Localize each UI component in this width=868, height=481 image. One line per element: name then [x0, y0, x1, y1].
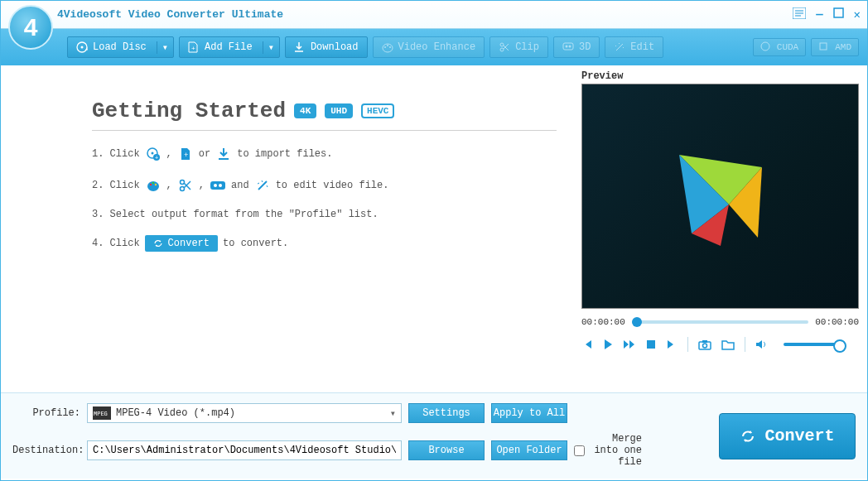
svg-point-17	[568, 46, 571, 48]
maximize-icon[interactable]	[833, 7, 844, 22]
svg-point-21	[151, 152, 153, 155]
app-title: 4Videosoft Video Converter Ultimate	[57, 8, 283, 21]
preview-logo	[646, 122, 795, 271]
three-d-icon	[562, 41, 574, 53]
svg-point-32	[214, 184, 217, 187]
clip-button[interactable]: Clip	[489, 36, 548, 58]
play-icon[interactable]	[603, 339, 613, 350]
svg-text:+: +	[155, 155, 158, 161]
step-3: 3. Select output format from the "Profil…	[92, 209, 557, 220]
svg-point-18	[761, 42, 769, 51]
nvidia-icon	[760, 41, 772, 53]
cuda-button[interactable]: CUDA	[753, 38, 806, 56]
svg-rect-4	[834, 8, 843, 17]
svg-point-33	[219, 184, 222, 187]
scissors-icon	[177, 177, 194, 194]
prev-icon[interactable]	[581, 339, 593, 350]
svg-point-10	[384, 46, 386, 48]
step-4: 4. Click Convert to convert.	[92, 235, 557, 252]
svg-rect-31	[210, 181, 225, 190]
getting-started-heading: Getting Started	[92, 99, 286, 123]
svg-point-14	[500, 48, 504, 51]
destination-label: Destination:	[12, 445, 80, 456]
getting-started-panel: Getting Started 4K UHD HEVC 1. Click + ,…	[1, 65, 581, 392]
svg-rect-38	[647, 340, 655, 349]
minimize-icon[interactable]: —	[816, 7, 822, 22]
palette-icon	[382, 41, 393, 53]
svg-rect-15	[563, 43, 573, 50]
mpeg-icon: MPEG	[93, 406, 111, 420]
merge-checkbox[interactable]: Merge into one file	[574, 433, 642, 468]
refresh-icon	[740, 428, 756, 445]
menu-icon[interactable]	[793, 7, 806, 22]
amd-icon	[818, 41, 830, 53]
file-add-icon: +	[177, 146, 194, 162]
titlebar: 4Videosoft Video Converter Ultimate — ✕	[1, 1, 867, 29]
badge-4k: 4K	[294, 103, 316, 118]
svg-point-40	[703, 344, 707, 348]
svg-point-12	[389, 46, 391, 48]
three-d-button[interactable]: 3D	[553, 36, 600, 58]
svg-rect-41	[702, 340, 707, 343]
apply-to-all-button[interactable]: Apply to All	[491, 403, 567, 423]
svg-rect-19	[820, 43, 827, 50]
video-enhance-button[interactable]: Video Enhance	[373, 36, 485, 58]
scissors-icon	[499, 41, 510, 53]
snapshot-icon[interactable]	[698, 339, 711, 350]
destination-input[interactable]	[87, 440, 402, 460]
three-d-icon	[210, 177, 226, 194]
chevron-down-icon[interactable]: ▾	[157, 41, 173, 54]
settings-button[interactable]: Settings	[408, 403, 485, 423]
download-icon	[215, 146, 232, 162]
svg-text:MPEG: MPEG	[94, 411, 108, 417]
toolbar: + Load Disc ▾ + Add File ▾ Download Vide…	[1, 29, 867, 65]
svg-point-16	[565, 46, 567, 48]
svg-text:+: +	[85, 46, 88, 53]
amd-button[interactable]: AMD	[811, 38, 859, 56]
bottom-panel: Profile: MPEG MPEG-4 Video (*.mp4) ▾ Set…	[1, 392, 867, 479]
preview-label: Preview	[581, 70, 859, 82]
svg-point-26	[149, 184, 151, 185]
svg-point-6	[81, 46, 84, 49]
time-bar: 00:00:00 00:00:00	[581, 317, 859, 327]
svg-text:+: +	[184, 152, 188, 160]
volume-icon[interactable]	[755, 339, 769, 350]
stop-icon[interactable]	[646, 339, 656, 349]
svg-point-13	[500, 43, 504, 46]
chevron-down-icon[interactable]: ▾	[263, 41, 279, 54]
badge-uhd: UHD	[325, 103, 353, 118]
preview-area	[581, 84, 859, 309]
seek-slider[interactable]	[632, 320, 808, 324]
step-1: 1. Click + , + or to import files.	[92, 146, 557, 162]
folder-icon[interactable]	[721, 339, 735, 350]
app-logo: 4	[8, 5, 53, 50]
wand-icon	[614, 41, 625, 53]
svg-point-11	[387, 45, 388, 46]
step-2: 2. Click , , and to edit video file.	[92, 177, 557, 194]
volume-slider[interactable]	[784, 343, 841, 346]
fast-forward-icon[interactable]	[623, 339, 636, 350]
refresh-icon	[153, 238, 163, 248]
download-button[interactable]: Download	[285, 36, 368, 58]
close-icon[interactable]: ✕	[854, 7, 861, 22]
browse-button[interactable]: Browse	[408, 440, 485, 460]
preview-controls	[581, 337, 859, 352]
add-file-button[interactable]: + Add File ▾	[179, 36, 280, 58]
open-folder-button[interactable]: Open Folder	[491, 440, 567, 460]
load-disc-button[interactable]: + Load Disc ▾	[67, 36, 174, 58]
time-current: 00:00:00	[581, 317, 625, 327]
next-icon[interactable]	[666, 339, 678, 350]
edit-button[interactable]: Edit	[605, 36, 663, 58]
svg-text:+: +	[191, 45, 195, 52]
time-total: 00:00:00	[815, 317, 859, 327]
disc-icon: +	[76, 41, 88, 53]
svg-point-28	[154, 184, 156, 185]
profile-label: Profile:	[12, 407, 80, 419]
convert-mini-button: Convert	[145, 235, 218, 252]
svg-point-27	[152, 182, 153, 184]
convert-button[interactable]: Convert	[719, 413, 856, 459]
file-add-icon: +	[188, 41, 200, 53]
badge-hevc: HEVC	[361, 103, 394, 118]
profile-select[interactable]: MPEG MPEG-4 Video (*.mp4) ▾	[87, 403, 402, 423]
wand-icon	[254, 177, 271, 194]
